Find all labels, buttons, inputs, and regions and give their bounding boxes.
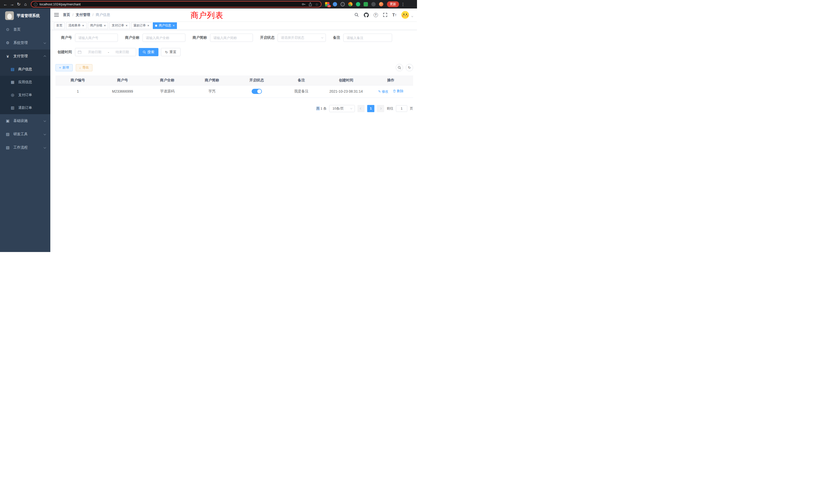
payment-submenu: ▤ 商户信息 ▦ 应用信息 ◎ 支付订单 ▥ 退款订单 [0, 63, 50, 114]
tab-label: 用户分组 [90, 23, 103, 28]
main-area: 首页 / 支付管理 / 商户信息 商户列表 ? [50, 8, 417, 252]
address-bar[interactable]: i localhost:1024/pay/merchant ☆ [31, 1, 322, 7]
goto-page-input[interactable] [396, 105, 407, 112]
sidebar-item-infrastructure[interactable]: ▣ 基础设施 [0, 114, 50, 128]
browser-toolbar: ← → ↻ ⌂ i localhost:1024/pay/merchant ☆ … [0, 0, 417, 8]
tab-pay-order[interactable]: 支付订单 × [109, 22, 130, 29]
workflow-icon: ▧ [5, 145, 10, 150]
reload-icon[interactable]: ↻ [16, 1, 22, 8]
github-icon[interactable] [364, 13, 369, 18]
browser-profile-avatar[interactable] [379, 2, 383, 6]
help-icon[interactable]: ? [374, 13, 378, 17]
sidebar-item-refund-order[interactable]: ▥ 退款订单 [0, 101, 50, 114]
hamburger-icon[interactable] [54, 13, 59, 17]
sidebar: 芋道管理系统 ⊙ 首页 ⚙ 系统管理 ¥ 支付管理 [0, 8, 50, 252]
next-page-button[interactable] [377, 105, 384, 112]
share-icon[interactable] [309, 2, 312, 6]
sidebar-item-label: 系统管理 [13, 41, 41, 45]
toggle-search-button[interactable] [396, 64, 403, 71]
status-select[interactable]: 请选择开启状态 [278, 33, 326, 42]
add-button[interactable]: + 新增 [56, 64, 73, 71]
merchant-card-icon: ▤ [10, 67, 15, 72]
sidebar-item-label: 支付订单 [18, 93, 46, 97]
merchant-name-input[interactable] [142, 33, 185, 42]
status-toggle[interactable] [251, 89, 262, 94]
merchant-short-input[interactable] [210, 33, 253, 42]
sidebar-item-app-info[interactable]: ▦ 应用信息 [0, 76, 50, 89]
tab-user-group[interactable]: 用户分组 × [88, 22, 108, 29]
bookmark-star-icon[interactable]: ☆ [315, 2, 319, 6]
sidebar-item-devtools[interactable]: ▨ 研发工具 [0, 128, 50, 141]
cell-merchant-no: M233666999 [100, 85, 145, 97]
forward-icon[interactable]: → [9, 1, 16, 8]
current-page-button[interactable]: 1 [367, 105, 374, 112]
create-time-range-picker[interactable]: 开始日期 - 结束日期 [75, 48, 136, 56]
tab-merchant-info[interactable]: 商户信息 × [153, 22, 177, 29]
filter-merchant-no: 商户号 [56, 33, 118, 42]
extension-icon-green-circle[interactable] [356, 2, 360, 6]
breadcrumb-home[interactable]: 首页 [63, 13, 70, 17]
merchant-no-input[interactable] [75, 33, 118, 42]
tab-label: 流程表单 [68, 23, 81, 28]
sidebar-item-payment[interactable]: ¥ 支付管理 [0, 49, 50, 63]
reset-button[interactable]: ↻ 重置 [161, 48, 180, 56]
tab-home[interactable]: 首页 [54, 22, 65, 29]
extension-icon-multicolor[interactable] [348, 2, 353, 6]
page-size-select[interactable]: 10条/页 [329, 105, 355, 112]
browser-menu-icon[interactable]: ⋮ [401, 2, 405, 7]
chevron-right-icon [379, 107, 381, 109]
trash-icon [393, 90, 396, 93]
back-icon[interactable]: ← [2, 1, 9, 8]
tab-close-icon[interactable]: × [173, 24, 175, 27]
tab-close-icon[interactable]: × [104, 24, 106, 27]
delete-button[interactable]: 删除 [393, 89, 403, 93]
url-text[interactable]: localhost:1024/pay/merchant [40, 3, 300, 6]
tab-label: 首页 [56, 23, 62, 28]
refresh-table-button[interactable]: ↻ [406, 64, 413, 71]
filter-create-time: 创建时间 开始日期 - 结束日期 [56, 48, 136, 56]
prev-page-button[interactable] [357, 105, 365, 112]
app-logo[interactable]: 芋道管理系统 [0, 8, 50, 23]
tab-close-icon[interactable]: × [147, 24, 150, 27]
sidebar-item-pay-order[interactable]: ◎ 支付订单 [0, 89, 50, 101]
avatar-cheek [407, 16, 408, 17]
browser-update-button[interactable]: 更新 [387, 1, 399, 7]
fullscreen-icon[interactable] [383, 13, 388, 17]
gear-icon: ⚙ [5, 41, 10, 45]
extension-icon-grid[interactable]: 10 [325, 2, 329, 6]
sidebar-item-merchant-info[interactable]: ▤ 商户信息 [0, 63, 50, 76]
tab-process-form[interactable]: 流程表单 × [66, 22, 87, 29]
toggle-knob [257, 89, 261, 93]
extension-badge: 10 [327, 5, 331, 7]
user-avatar[interactable] [401, 11, 409, 19]
breadcrumb-separator: / [92, 13, 93, 17]
extension-icon-green-square[interactable] [364, 2, 368, 6]
cell-full-name: 芋道源码 [145, 85, 190, 97]
download-icon: ↓ [79, 66, 81, 69]
extension-icon-blue[interactable] [333, 2, 337, 6]
sidebar-item-workflow[interactable]: ▧ 工作流程 [0, 141, 50, 154]
column-header-id: 商户编号 [56, 75, 100, 85]
search-icon[interactable] [354, 13, 359, 17]
font-size-icon[interactable]: TT [392, 13, 397, 17]
tab-close-icon[interactable]: × [82, 24, 84, 27]
address-bar-actions: ☆ [302, 2, 319, 6]
add-button-label: 新增 [63, 65, 69, 70]
tab-refund-order[interactable]: 退款订单 × [131, 22, 152, 29]
site-info-icon[interactable]: i [34, 3, 38, 6]
password-key-icon[interactable] [302, 2, 306, 6]
home-icon[interactable]: ⌂ [22, 1, 29, 8]
edit-button[interactable]: ✎ 修改 [378, 89, 389, 94]
remark-input[interactable] [343, 33, 392, 42]
extension-icon-gray[interactable] [371, 2, 376, 6]
breadcrumb-payment[interactable]: 支付管理 [76, 13, 90, 17]
search-button[interactable]: 搜索 [139, 48, 158, 56]
user-menu-caret-icon[interactable] [412, 16, 413, 17]
export-button[interactable]: ↓ 导出 [76, 64, 93, 71]
tab-close-icon[interactable]: × [126, 24, 128, 27]
extension-icon-dark-ring[interactable] [341, 2, 345, 6]
merchant-short-label: 商户简称 [193, 36, 207, 40]
sidebar-item-system[interactable]: ⚙ 系统管理 [0, 36, 50, 49]
edit-button-label: 修改 [381, 89, 388, 94]
sidebar-item-home[interactable]: ⊙ 首页 [0, 23, 50, 36]
